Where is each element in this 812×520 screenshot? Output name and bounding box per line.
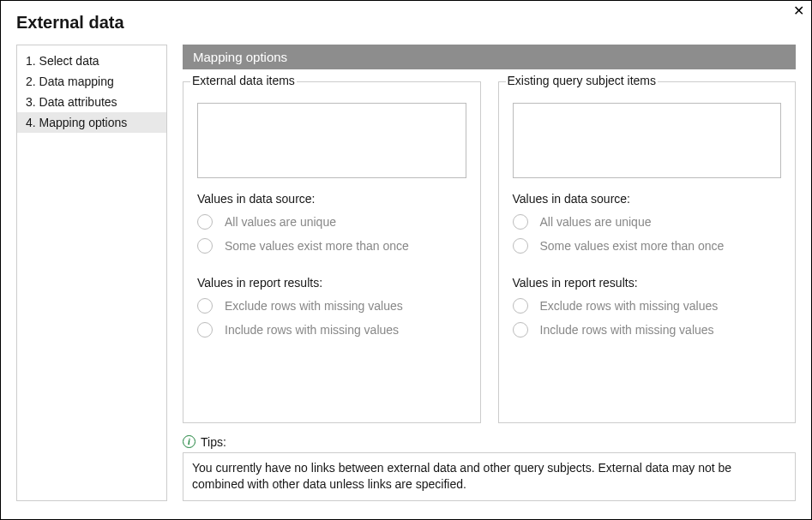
wizard-steps-sidebar: 1. Select data 2. Data mapping 3. Data a… [16,45,167,501]
radio-all-unique-right[interactable]: All values are unique [513,214,782,230]
radio-label: Include rows with missing values [225,323,399,337]
sidebar-item-data-attributes[interactable]: 3. Data attributes [17,92,166,112]
sidebar-item-mapping-options[interactable]: 4. Mapping options [17,112,166,133]
external-data-items-fieldset: External data items Values in data sourc… [183,81,481,423]
radio-label: Some values exist more than once [225,239,409,253]
sidebar-item-data-mapping[interactable]: 2. Data mapping [17,71,166,92]
radio-icon [197,298,213,314]
tips-header: i Tips: [183,435,796,449]
fieldset-legend: External data items [190,74,297,87]
radio-icon [513,238,528,254]
radio-label: Exclude rows with missing values [225,299,403,313]
radio-all-unique-left[interactable]: All values are unique [197,214,466,230]
radio-include-missing-right[interactable]: Include rows with missing values [513,322,782,338]
radio-some-duplicate-right[interactable]: Some values exist more than once [513,238,782,254]
main-panel: Mapping options External data items Valu… [183,45,796,501]
info-icon: i [183,435,195,448]
radio-label: Exclude rows with missing values [540,299,719,313]
radio-include-missing-left[interactable]: Include rows with missing values [197,322,466,338]
fieldset-legend: Existing query subject items [506,74,659,87]
radio-icon [197,238,213,254]
radio-icon [513,298,528,314]
radio-label: Some values exist more than once [540,239,725,253]
radio-icon [513,214,528,230]
radio-label: All values are unique [540,215,652,229]
existing-items-listbox[interactable] [513,103,782,178]
data-source-label: Values in data source: [513,192,782,206]
radio-icon [513,322,528,338]
radio-some-duplicate-left[interactable]: Some values exist more than once [197,238,466,254]
radio-icon [197,214,213,230]
close-icon[interactable]: ✕ [793,4,804,18]
radio-label: All values are unique [225,215,336,229]
sidebar-item-select-data[interactable]: 1. Select data [17,51,166,71]
report-results-label: Values in report results: [197,276,466,290]
radio-label: Include rows with missing values [540,323,714,337]
radio-icon [197,322,213,338]
data-source-label: Values in data source: [197,192,466,206]
radio-exclude-missing-right[interactable]: Exclude rows with missing values [513,298,782,314]
external-data-dialog: ✕ External data 1. Select data 2. Data m… [0,0,812,520]
radio-exclude-missing-left[interactable]: Exclude rows with missing values [197,298,466,314]
section-header: Mapping options [183,45,796,69]
tips-text: You currently have no links between exte… [183,452,796,501]
dialog-title: External data [16,13,796,33]
external-items-listbox[interactable] [197,103,466,178]
existing-query-items-fieldset: Existing query subject items Values in d… [498,81,797,423]
report-results-label: Values in report results: [513,276,782,290]
tips-label: Tips: [201,435,226,449]
